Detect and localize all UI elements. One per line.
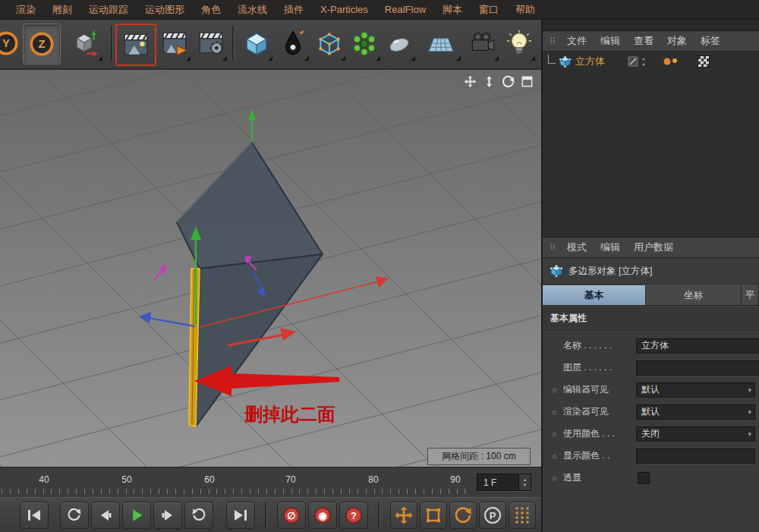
menubar-item[interactable]: 流水线 bbox=[229, 3, 276, 17]
previous-frame-button[interactable] bbox=[91, 502, 120, 529]
polygon-object-icon bbox=[559, 55, 572, 68]
menubar-item[interactable]: 脚本 bbox=[434, 3, 471, 17]
light-bulb-icon bbox=[505, 29, 534, 58]
y-axis-lock-button[interactable]: Y bbox=[0, 24, 24, 63]
viewport-3d[interactable]: 删掉此二面 网格间距 : 100 cm bbox=[0, 68, 541, 468]
add-cube-primitive-button[interactable] bbox=[238, 24, 275, 63]
attr-row-xray: ○ 透显 bbox=[543, 467, 759, 489]
layer-dots-icon[interactable] bbox=[663, 56, 679, 67]
keyframe-circle-icon[interactable]: ○ bbox=[552, 408, 563, 417]
timeline-ruler[interactable]: 40 50 60 70 80 90 bbox=[0, 467, 471, 498]
editor-visibility-dropdown[interactable]: 默认 ▾ bbox=[636, 382, 755, 398]
viewport-orbit-icon[interactable] bbox=[501, 74, 515, 88]
subdivision-surface-icon bbox=[315, 29, 344, 58]
keyframe-circle-icon[interactable]: ○ bbox=[552, 474, 563, 483]
scene-canvas[interactable]: 删掉此二面 bbox=[0, 70, 541, 468]
camera-button[interactable] bbox=[465, 24, 501, 63]
subdivision-surface-button[interactable] bbox=[311, 24, 348, 63]
record-disabled-button[interactable]: ∅ bbox=[277, 502, 306, 529]
scale-tool-button[interactable] bbox=[420, 502, 447, 529]
rotate-tool-button[interactable] bbox=[449, 502, 477, 529]
tab-coordinates[interactable]: 坐标 bbox=[646, 285, 742, 305]
render-visibility-dropdown[interactable]: 默认 ▾ bbox=[636, 405, 755, 420]
menubar-item[interactable]: 帮助 bbox=[507, 3, 543, 17]
menubar-item[interactable]: 窗口 bbox=[471, 3, 507, 17]
workplane-floor-button[interactable] bbox=[419, 24, 463, 63]
menubar-item[interactable]: 渲染 bbox=[8, 3, 44, 17]
snap-dots-grid-button[interactable] bbox=[509, 502, 536, 529]
attr-label: 渲染器可见 bbox=[563, 405, 636, 418]
section-header-basic-properties: 基本属性 bbox=[543, 306, 759, 330]
viewport-pan-icon[interactable] bbox=[463, 74, 477, 88]
deformer-button[interactable] bbox=[381, 24, 417, 63]
frame-spinner[interactable]: ▲ ▼ bbox=[518, 474, 531, 490]
light-button[interactable] bbox=[501, 24, 537, 63]
use-color-dropdown[interactable]: 关闭 ▾ bbox=[636, 427, 755, 442]
xray-checkbox[interactable] bbox=[638, 472, 650, 484]
menubar-item[interactable]: X-Particles bbox=[312, 4, 376, 15]
timeline[interactable]: 40 50 60 70 80 90 1 F ▲ ▼ bbox=[0, 467, 541, 498]
render-view-button[interactable] bbox=[115, 24, 156, 66]
layer-input[interactable] bbox=[636, 360, 759, 376]
cube-primitive-icon bbox=[242, 29, 271, 58]
menubar-item[interactable]: 角色 bbox=[193, 3, 229, 17]
selection-tag-icon[interactable] bbox=[698, 55, 710, 68]
ruler-tick-label: 40 bbox=[34, 474, 54, 485]
viewport-maximize-icon[interactable] bbox=[520, 74, 534, 88]
mograph-array-button[interactable] bbox=[346, 24, 383, 63]
spinner-up-icon[interactable]: ▲ bbox=[523, 477, 528, 483]
object-row-cube[interactable]: 立方体 bbox=[543, 52, 759, 71]
z-axis-lock-button[interactable]: Z bbox=[23, 24, 61, 65]
record-keyframe-button[interactable]: ◉ bbox=[308, 502, 337, 529]
menubar-item[interactable]: RealFlow bbox=[376, 4, 434, 15]
transport-separator bbox=[265, 502, 267, 528]
edit-render-settings-button[interactable] bbox=[193, 24, 229, 63]
om-menu-item[interactable]: 编辑 bbox=[594, 34, 627, 48]
keyframe-circle-icon[interactable]: ○ bbox=[552, 430, 563, 439]
tab-phong[interactable]: 平 bbox=[742, 285, 759, 305]
edit-state-icon[interactable] bbox=[628, 56, 639, 68]
attr-label: 透显 bbox=[563, 471, 636, 484]
om-menu-item[interactable]: 标签 bbox=[694, 34, 727, 48]
render-to-picture-viewer-button[interactable] bbox=[156, 24, 193, 63]
move-tool-button[interactable] bbox=[390, 502, 417, 529]
go-to-end-button[interactable] bbox=[226, 502, 255, 529]
autokey-button[interactable]: ? bbox=[339, 502, 368, 529]
menubar-item[interactable]: 雕刻 bbox=[44, 3, 80, 17]
coordinate-system-button[interactable] bbox=[65, 24, 105, 63]
tab-basic[interactable]: 基本 bbox=[543, 285, 646, 305]
viewport-dolly-icon[interactable] bbox=[482, 74, 496, 88]
name-input[interactable] bbox=[636, 338, 759, 354]
toolbar-separator bbox=[111, 26, 113, 61]
am-menu-item[interactable]: 编辑 bbox=[594, 241, 627, 254]
am-menu-item[interactable]: 用户数据 bbox=[627, 241, 680, 254]
object-list[interactable]: 立方体 bbox=[543, 52, 759, 238]
keyframe-circle-icon[interactable]: ○ bbox=[552, 452, 563, 461]
play-button[interactable] bbox=[122, 502, 151, 529]
coordinate-system-toggle-button[interactable]: P bbox=[479, 502, 506, 529]
menubar-item[interactable]: 插件 bbox=[276, 3, 312, 17]
tree-elbow bbox=[548, 55, 556, 64]
om-menu-item[interactable]: 文件 bbox=[560, 34, 594, 48]
keyframe-circle-icon[interactable]: ○ bbox=[552, 386, 563, 395]
attr-row-use-color: ○ 使用颜色 . . . 关闭 ▾ bbox=[543, 423, 759, 445]
om-menu-item[interactable]: 对象 bbox=[660, 34, 694, 48]
loop-forward-button[interactable] bbox=[184, 502, 213, 529]
loop-backward-button[interactable] bbox=[60, 502, 89, 529]
menubar-item[interactable]: 运动跟踪 bbox=[80, 3, 137, 17]
om-menu-item[interactable]: 查看 bbox=[627, 34, 660, 48]
grip-icon[interactable]: ⠿ bbox=[550, 243, 556, 253]
object-name[interactable]: 立方体 bbox=[575, 55, 605, 68]
visibility-dots-icon[interactable] bbox=[641, 56, 646, 68]
attribute-manager-menubar: ⠿ 模式 编辑 用户数据 bbox=[543, 238, 759, 258]
next-frame-button[interactable] bbox=[153, 502, 182, 529]
pen-spline-button[interactable] bbox=[275, 24, 311, 63]
current-frame-field[interactable]: 1 F ▲ ▼ bbox=[477, 474, 531, 491]
display-color-dropdown[interactable] bbox=[636, 449, 755, 464]
spinner-down-icon[interactable]: ▼ bbox=[523, 483, 528, 488]
menubar-item[interactable]: 运动图形 bbox=[137, 3, 193, 17]
am-menu-item[interactable]: 模式 bbox=[560, 241, 594, 254]
grip-icon[interactable]: ⠿ bbox=[550, 36, 556, 46]
ruler-tick-label: 80 bbox=[364, 474, 383, 485]
go-to-start-button[interactable] bbox=[20, 502, 49, 529]
